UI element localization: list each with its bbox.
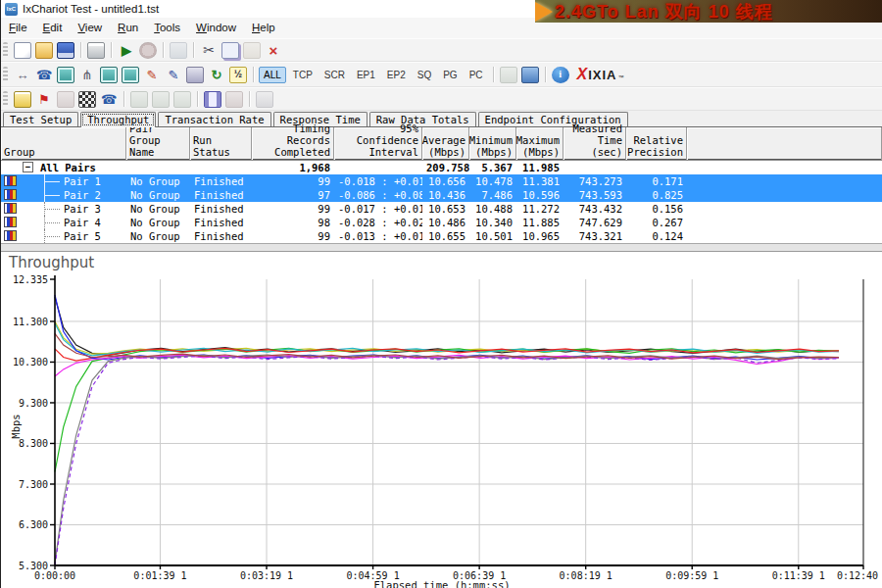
y-tick-label: 9.300 <box>3 397 48 408</box>
edit-pair-icon[interactable]: ✎ <box>143 67 161 83</box>
menu-edit[interactable]: Edit <box>35 18 71 38</box>
info-icon[interactable]: i <box>552 67 569 83</box>
network-map-icon[interactable] <box>78 91 96 108</box>
copy-pairs-icon[interactable] <box>186 67 204 83</box>
toolbar-gripper[interactable] <box>3 67 8 82</box>
add-vod-pair-icon[interactable] <box>100 67 118 83</box>
filter-ep1[interactable]: EP1 <box>352 67 380 83</box>
swap-endpoints-icon[interactable]: ↻ <box>208 67 225 83</box>
column-header[interactable]: 95% Confidence Interval <box>334 127 422 160</box>
timing-records: 97 <box>252 188 334 202</box>
set-flag-icon[interactable]: ⚑ <box>35 91 53 108</box>
column-header-filler <box>687 127 882 160</box>
measured-time: 743.321 <box>564 229 626 243</box>
filter-pg[interactable]: PG <box>438 67 462 83</box>
all-pairs-value: 209.758 <box>422 161 469 174</box>
menu-run[interactable]: Run <box>110 18 146 38</box>
delete-icon[interactable]: × <box>265 42 282 59</box>
stop-test-icon <box>139 42 157 59</box>
menu-file[interactable]: File <box>1 18 35 38</box>
pair-row[interactable]: Pair 3No GroupFinished99-0.017 : +0.0171… <box>1 202 882 216</box>
pair-group-name: No Group <box>126 216 190 229</box>
save-test-icon[interactable] <box>57 42 74 59</box>
pair-chart-icon <box>4 189 17 200</box>
pair-chart-icon <box>4 175 17 186</box>
pairs-table-body: −All Pairs1,968209.7585.36711.985Pair 1N… <box>1 160 882 243</box>
maximum-mbps: 10.596 <box>516 188 564 202</box>
copy-icon[interactable] <box>221 42 239 59</box>
dialup-icon[interactable]: ☎ <box>100 91 118 108</box>
all-pairs-value: 1,968 <box>252 161 334 174</box>
add-multicast-group-icon[interactable]: ⋔ <box>78 67 96 83</box>
all-pairs-row[interactable]: −All Pairs1,968209.7585.36711.985 <box>1 160 882 174</box>
add-voip-pair-icon[interactable]: ☎ <box>35 67 53 83</box>
add-pair-icon[interactable]: ↔ <box>14 67 31 83</box>
column-header[interactable]: Maximum (Mbps) <box>516 127 564 160</box>
filter-ep2[interactable]: EP2 <box>382 67 411 83</box>
toolbar-separator <box>80 42 81 58</box>
all-pairs-value: 11.985 <box>516 161 564 174</box>
pair-row[interactable]: Pair 4No GroupFinished98-0.028 : +0.0281… <box>1 216 882 229</box>
series-pair-3 <box>55 348 839 471</box>
ixia-trademark: ™ <box>618 74 624 80</box>
column-header[interactable]: Run Status <box>190 127 252 160</box>
splitter-handle[interactable] <box>1 243 882 252</box>
export-icon[interactable] <box>521 67 539 83</box>
y-tick-label: 11.300 <box>3 316 48 326</box>
add-video-pair-icon[interactable] <box>57 67 74 83</box>
minimum-mbps: 10.340 <box>469 216 516 229</box>
relative-precision: 0.156 <box>626 202 687 216</box>
measured-time: 743.593 <box>564 188 626 202</box>
maximum-mbps: 10.965 <box>516 229 564 243</box>
run-status: Finished <box>190 202 252 216</box>
cut-icon[interactable]: ✂ <box>200 42 218 59</box>
filter-pc[interactable]: PC <box>465 67 488 83</box>
column-header[interactable]: Average (Mbps) <box>422 127 469 160</box>
add-group-icon[interactable] <box>14 91 31 108</box>
filter-tcp[interactable]: TCP <box>288 67 318 83</box>
menu-view[interactable]: View <box>70 18 110 38</box>
filter-all[interactable]: ALL <box>259 67 286 83</box>
tree-branch <box>44 236 60 238</box>
tab-throughput[interactable]: Throughput <box>80 112 156 127</box>
pair-chart-icon <box>4 230 17 241</box>
pair-name: Pair 4 <box>60 216 124 229</box>
menu-help[interactable]: Help <box>244 18 283 38</box>
maximum-mbps: 11.381 <box>516 174 564 188</box>
menu-tools[interactable]: Tools <box>146 18 188 38</box>
renumber-pairs-icon[interactable]: ½ <box>229 67 247 83</box>
run-status: Finished <box>190 216 252 229</box>
filter-sq[interactable]: SQ <box>413 67 436 83</box>
menu-window[interactable]: Window <box>188 18 244 38</box>
column-header[interactable]: Group <box>1 127 126 160</box>
window-title: IxChariot Test - untitled1.tst <box>23 3 159 15</box>
refresh-groups-icon <box>173 91 191 108</box>
filter-scr[interactable]: SCR <box>319 67 350 83</box>
column-header[interactable]: Measured Time (sec) <box>564 127 626 160</box>
pair-row[interactable]: Pair 2No GroupFinished97-0.086 : +0.0861… <box>1 188 882 202</box>
run-test-icon[interactable]: ▶ <box>118 42 135 59</box>
new-test-icon[interactable] <box>14 42 31 59</box>
series-pair-9 <box>55 356 839 565</box>
open-test-icon[interactable] <box>35 42 53 59</box>
edit-script-icon[interactable]: ✎ <box>165 67 182 83</box>
print-icon[interactable] <box>87 42 105 59</box>
add-video-stream-icon[interactable] <box>122 67 139 83</box>
toolbar-standard: ▶✂× <box>1 38 882 62</box>
column-header[interactable]: Pair Group Name <box>126 127 190 160</box>
column-header[interactable]: Timing Records Completed <box>252 127 334 160</box>
toolbar-gripper[interactable] <box>3 91 8 107</box>
column-header[interactable]: Relative Precision <box>626 127 687 160</box>
relative-precision: 0.124 <box>626 229 687 243</box>
pair-row[interactable]: Pair 1No GroupFinished99-0.018 : +0.0181… <box>1 174 882 188</box>
collapse-icon[interactable]: − <box>23 162 33 172</box>
column-header[interactable]: Minimum (Mbps) <box>469 127 516 160</box>
run-status: Finished <box>190 188 252 202</box>
link-pairs-icon[interactable] <box>204 91 221 108</box>
relative-precision: 0.267 <box>626 216 687 229</box>
tab-test-setup[interactable]: Test Setup <box>3 112 78 126</box>
pair-row[interactable]: Pair 5No GroupFinished99-0.013 : +0.0131… <box>1 229 882 243</box>
minimum-mbps: 7.486 <box>469 188 516 202</box>
toolbar-pairs: ↔☎⋔✎✎↻½ALLTCPSCREP1EP2SQPGPCiXIXIA™ <box>1 62 882 87</box>
toolbar-gripper[interactable] <box>3 42 8 58</box>
